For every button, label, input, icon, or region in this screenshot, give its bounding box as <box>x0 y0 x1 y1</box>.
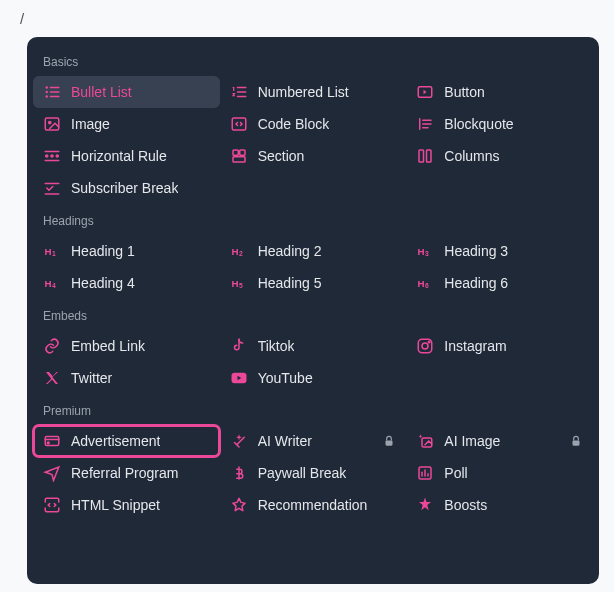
item-label: YouTube <box>258 370 313 386</box>
button-icon <box>416 83 434 101</box>
item-section[interactable]: Section <box>220 140 407 172</box>
headings-grid: Heading 1 Heading 2 Heading 3 Heading 4 … <box>27 235 599 299</box>
subscriber-break-icon <box>43 179 61 197</box>
heading5-icon <box>230 274 248 292</box>
numbered-list-icon <box>230 83 248 101</box>
item-ai-image[interactable]: AI Image <box>406 425 593 457</box>
item-label: Code Block <box>258 116 330 132</box>
item-heading-1[interactable]: Heading 1 <box>33 235 220 267</box>
item-heading-2[interactable]: Heading 2 <box>220 235 407 267</box>
item-button[interactable]: Button <box>406 76 593 108</box>
tiktok-icon <box>230 337 248 355</box>
instagram-icon <box>416 337 434 355</box>
heading1-icon <box>43 242 61 260</box>
item-columns[interactable]: Columns <box>406 140 593 172</box>
item-heading-3[interactable]: Heading 3 <box>406 235 593 267</box>
item-label: Button <box>444 84 484 100</box>
item-label: Boosts <box>444 497 487 513</box>
basics-title: Basics <box>27 51 599 76</box>
heading2-icon <box>230 242 248 260</box>
item-heading-4[interactable]: Heading 4 <box>33 267 220 299</box>
block-insert-panel[interactable]: Basics Bullet List Numbered List Button … <box>27 37 599 584</box>
item-poll[interactable]: Poll <box>406 457 593 489</box>
item-label: Heading 5 <box>258 275 322 291</box>
link-icon <box>43 337 61 355</box>
item-label: Blockquote <box>444 116 513 132</box>
recommendation-icon <box>230 496 248 514</box>
item-label: Heading 2 <box>258 243 322 259</box>
premium-title: Premium <box>27 394 599 425</box>
item-label: Instagram <box>444 338 506 354</box>
item-twitter[interactable]: Twitter <box>33 362 220 394</box>
boosts-icon <box>416 496 434 514</box>
referral-icon <box>43 464 61 482</box>
code-block-icon <box>230 115 248 133</box>
advertisement-icon <box>43 432 61 450</box>
headings-title: Headings <box>27 204 599 235</box>
premium-grid: Advertisement AI Writer AI Image Referra… <box>27 425 599 521</box>
horizontal-rule-icon <box>43 147 61 165</box>
item-numbered-list[interactable]: Numbered List <box>220 76 407 108</box>
item-tiktok[interactable]: Tiktok <box>220 330 407 362</box>
item-html-snippet[interactable]: HTML Snippet <box>33 489 220 521</box>
item-label: Subscriber Break <box>71 180 178 196</box>
item-code-block[interactable]: Code Block <box>220 108 407 140</box>
item-paywall-break[interactable]: Paywall Break <box>220 457 407 489</box>
youtube-icon <box>230 369 248 387</box>
item-instagram[interactable]: Instagram <box>406 330 593 362</box>
paywall-icon <box>230 464 248 482</box>
item-image[interactable]: Image <box>33 108 220 140</box>
item-label: Heading 4 <box>71 275 135 291</box>
item-label: Paywall Break <box>258 465 347 481</box>
columns-icon <box>416 147 434 165</box>
item-label: Twitter <box>71 370 112 386</box>
item-heading-6[interactable]: Heading 6 <box>406 267 593 299</box>
item-label: Numbered List <box>258 84 349 100</box>
slash-trigger: / <box>20 10 24 27</box>
item-ai-writer[interactable]: AI Writer <box>220 425 407 457</box>
item-heading-5[interactable]: Heading 5 <box>220 267 407 299</box>
item-label: Heading 6 <box>444 275 508 291</box>
item-embed-link[interactable]: Embed Link <box>33 330 220 362</box>
item-advertisement[interactable]: Advertisement <box>33 425 220 457</box>
heading4-icon <box>43 274 61 292</box>
section-icon <box>230 147 248 165</box>
item-label: Image <box>71 116 110 132</box>
item-subscriber-break[interactable]: Subscriber Break <box>33 172 220 204</box>
item-label: Columns <box>444 148 499 164</box>
html-snippet-icon <box>43 496 61 514</box>
twitter-icon <box>43 369 61 387</box>
bullet-list-icon <box>43 83 61 101</box>
ai-writer-icon <box>230 432 248 450</box>
embeds-title: Embeds <box>27 299 599 330</box>
lock-icon <box>382 434 396 448</box>
heading3-icon <box>416 242 434 260</box>
item-label: Tiktok <box>258 338 295 354</box>
item-label: Embed Link <box>71 338 145 354</box>
item-recommendation[interactable]: Recommendation <box>220 489 407 521</box>
item-youtube[interactable]: YouTube <box>220 362 407 394</box>
item-label: Advertisement <box>71 433 160 449</box>
item-horizontal-rule[interactable]: Horizontal Rule <box>33 140 220 172</box>
item-label: Referral Program <box>71 465 178 481</box>
image-icon <box>43 115 61 133</box>
heading6-icon <box>416 274 434 292</box>
basics-grid: Bullet List Numbered List Button Image C… <box>27 76 599 204</box>
item-referral-program[interactable]: Referral Program <box>33 457 220 489</box>
item-label: Recommendation <box>258 497 368 513</box>
item-label: Heading 3 <box>444 243 508 259</box>
item-label: HTML Snippet <box>71 497 160 513</box>
item-boosts[interactable]: Boosts <box>406 489 593 521</box>
item-label: AI Writer <box>258 433 312 449</box>
item-label: AI Image <box>444 433 500 449</box>
embeds-grid: Embed Link Tiktok Instagram Twitter YouT… <box>27 330 599 394</box>
ai-image-icon <box>416 432 434 450</box>
item-label: Bullet List <box>71 84 132 100</box>
item-blockquote[interactable]: Blockquote <box>406 108 593 140</box>
item-label: Horizontal Rule <box>71 148 167 164</box>
item-label: Heading 1 <box>71 243 135 259</box>
blockquote-icon <box>416 115 434 133</box>
item-bullet-list[interactable]: Bullet List <box>33 76 220 108</box>
lock-icon <box>569 434 583 448</box>
item-label: Section <box>258 148 305 164</box>
